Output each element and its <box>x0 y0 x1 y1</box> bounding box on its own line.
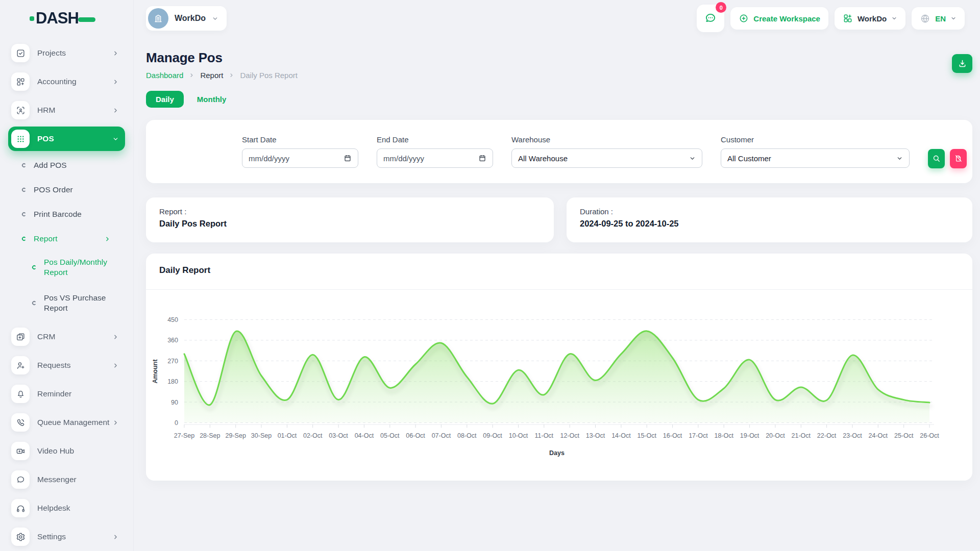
sidebar-item-pos-daily-monthly-report[interactable]: Pos Daily/Monthly Report <box>8 253 125 282</box>
svg-text:22-Oct: 22-Oct <box>817 432 837 439</box>
sidebar-item-projects[interactable]: Projects <box>8 41 125 65</box>
svg-text:450: 450 <box>167 316 178 323</box>
svg-text:28-Sep: 28-Sep <box>200 432 220 439</box>
bullet-icon <box>32 265 37 270</box>
breadcrumb: Dashboard Report Daily Pos Report <box>146 71 298 80</box>
customer-select[interactable]: All Customer <box>721 148 910 168</box>
headphones-icon <box>11 499 30 517</box>
sidebar-item-hrm[interactable]: HRM <box>8 98 125 122</box>
end-date-input[interactable]: mm/dd/yyyy <box>377 148 493 168</box>
svg-text:25-Oct: 25-Oct <box>894 432 914 439</box>
warehouse-select[interactable]: All Warehouse <box>511 148 702 168</box>
video-camera-icon <box>11 442 30 460</box>
svg-text:270: 270 <box>167 358 178 365</box>
svg-text:0: 0 <box>175 419 178 427</box>
warehouse-label: Warehouse <box>511 135 702 144</box>
tab-monthly[interactable]: Monthly <box>197 95 227 104</box>
tab-daily[interactable]: Daily <box>146 91 184 108</box>
search-button[interactable] <box>928 149 945 168</box>
chevron-down-icon <box>689 155 696 162</box>
svg-text:13-Oct: 13-Oct <box>586 432 605 439</box>
sidebar-item-add-pos[interactable]: Add POS <box>8 155 125 176</box>
building-icon <box>148 8 168 29</box>
messages-badge: 0 <box>716 2 726 13</box>
sidebar-item-video-hub[interactable]: Video Hub <box>8 439 125 463</box>
scan-user-icon <box>11 101 30 119</box>
chevron-right-icon <box>104 236 111 242</box>
duration-summary-card: Duration : 2024-09-25 to 2024-10-25 <box>567 197 972 242</box>
svg-text:26-Oct: 26-Oct <box>920 432 939 439</box>
svg-text:06-Oct: 06-Oct <box>406 432 425 439</box>
svg-text:10-Oct: 10-Oct <box>509 432 528 439</box>
report-value: Daily Pos Report <box>159 219 541 229</box>
create-workspace-button[interactable]: Create Workspace <box>730 7 828 30</box>
logo-text: DASH <box>36 9 79 28</box>
sidebar-item-pos[interactable]: POS <box>8 127 125 151</box>
grid-add-icon <box>11 72 30 91</box>
svg-text:08-Oct: 08-Oct <box>457 432 477 439</box>
sidebar-item-helpdesk[interactable]: Helpdesk <box>8 496 125 520</box>
svg-text:09-Oct: 09-Oct <box>483 432 502 439</box>
svg-text:05-Oct: 05-Oct <box>380 432 400 439</box>
chevron-right-icon <box>112 107 119 114</box>
language-selector[interactable]: EN <box>912 7 965 30</box>
workdo-menu-button[interactable]: WorkDo <box>835 7 905 30</box>
phone-call-icon <box>11 413 30 432</box>
chevron-right-icon <box>229 72 234 78</box>
chevron-down-icon <box>112 136 119 142</box>
brand-logo[interactable]: DASH <box>0 0 133 37</box>
chevron-right-icon <box>112 334 119 340</box>
workspace-name: WorkDo <box>175 14 206 23</box>
download-icon <box>958 59 967 68</box>
calendar-icon[interactable] <box>344 154 352 162</box>
start-date-label: Start Date <box>242 135 358 144</box>
sidebar-item-pos-order[interactable]: POS Order <box>8 180 125 200</box>
sidebar-item-queue-management[interactable]: Queue Management <box>8 410 125 435</box>
user-plus-icon <box>11 356 30 374</box>
calendar-icon[interactable] <box>478 154 486 162</box>
svg-text:27-Sep: 27-Sep <box>174 432 194 439</box>
svg-text:20-Oct: 20-Oct <box>766 432 785 439</box>
workspace-switcher[interactable]: WorkDo <box>146 6 227 31</box>
reset-filter-button[interactable] <box>950 149 967 168</box>
workdo-menu-label: WorkDo <box>857 14 887 23</box>
svg-text:17-Oct: 17-Oct <box>689 432 708 439</box>
chevron-right-icon <box>189 72 194 78</box>
sidebar-item-messenger[interactable]: Messenger <box>8 467 125 492</box>
chevron-right-icon <box>112 79 119 85</box>
breadcrumb-dashboard[interactable]: Dashboard <box>146 71 183 80</box>
sidebar-item-requests[interactable]: Requests <box>8 353 125 378</box>
sidebar-item-pos-vs-purchase-report[interactable]: Pos VS Purchase Report <box>8 289 125 317</box>
globe-icon <box>920 13 930 24</box>
breadcrumb-report[interactable]: Report <box>200 71 223 80</box>
sidebar-item-report[interactable]: Report <box>8 229 125 249</box>
svg-text:24-Oct: 24-Oct <box>869 432 888 439</box>
sidebar-item-print-barcode[interactable]: Print Barcode <box>8 204 125 224</box>
messages-button[interactable]: 0 <box>697 5 724 32</box>
checkbox-icon <box>11 44 30 62</box>
topbar: WorkDo 0 Create Workspace WorkDo <box>134 0 980 37</box>
id-cards-icon <box>11 328 30 346</box>
chart-title: Daily Report <box>146 254 972 276</box>
bullet-icon <box>21 163 27 168</box>
download-report-button[interactable] <box>952 54 972 73</box>
customer-value: All Customer <box>727 154 771 163</box>
bullet-icon <box>32 300 37 306</box>
sidebar-item-reminder[interactable]: Reminder <box>8 382 125 406</box>
svg-text:16-Oct: 16-Oct <box>663 432 682 439</box>
report-mode-tabs: Daily Monthly <box>146 91 972 108</box>
file-off-icon <box>954 154 963 163</box>
end-date-placeholder: mm/dd/yyyy <box>383 154 424 163</box>
chevron-right-icon <box>112 50 119 57</box>
svg-text:03-Oct: 03-Oct <box>329 432 348 439</box>
svg-text:Days: Days <box>549 449 565 457</box>
search-icon <box>932 154 941 163</box>
logo-dash-icon <box>78 17 95 22</box>
start-date-input[interactable]: mm/dd/yyyy <box>242 148 358 168</box>
sidebar-item-settings[interactable]: Settings <box>8 524 125 549</box>
svg-text:12-Oct: 12-Oct <box>560 432 579 439</box>
page-title: Manage Pos <box>146 50 298 66</box>
end-date-label: End Date <box>377 135 493 144</box>
sidebar-item-crm[interactable]: CRM <box>8 324 125 349</box>
sidebar-item-accounting[interactable]: Accounting <box>8 69 125 94</box>
